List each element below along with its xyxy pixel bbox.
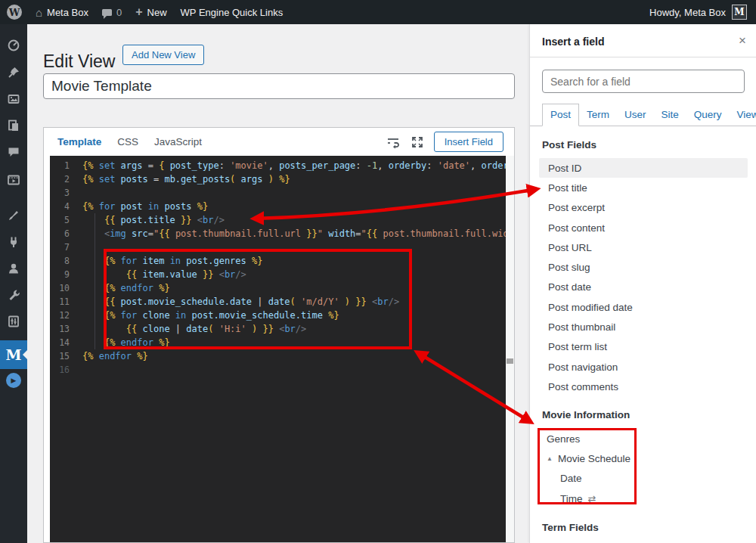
fullscreen-icon[interactable] (411, 135, 424, 149)
pushpin-icon (7, 66, 20, 79)
panel-divider (530, 57, 756, 57)
active-item-notch (18, 350, 27, 359)
field-item-movie-schedule[interactable]: ▲Movie Schedule (539, 448, 652, 468)
line-number: 5 (50, 213, 70, 227)
tab-query[interactable]: Query (686, 104, 730, 126)
tab-template[interactable]: Template (57, 136, 101, 147)
wordpress-logo-icon: W (7, 5, 22, 20)
code-line: 3 (50, 186, 514, 200)
sliders-icon (7, 315, 20, 328)
field-item-post-thumbnail[interactable]: Post thumbnail (539, 317, 748, 337)
field-item-date[interactable]: Date (539, 469, 652, 489)
code-lines: 1{% set args = { post_type: 'movie', pos… (50, 156, 514, 377)
sidebar-item-pages[interactable] (0, 116, 27, 135)
sidebar-item-tutorials[interactable]: ▶ (0, 371, 27, 389)
dashboard-icon (7, 39, 20, 52)
editor-tab-bar: Template CSS JavaScript Insert Field (44, 128, 514, 156)
sidebar-item-appearance[interactable] (0, 206, 27, 225)
sidebar-item-users[interactable] (0, 259, 27, 278)
movie-fields-list: Genres▲Movie ScheduleDateTime⇄ (539, 429, 652, 508)
field-item-post-url[interactable]: Post URL (539, 237, 748, 257)
code-line: 7 (50, 240, 514, 254)
site-name-menu[interactable]: ⌂ Meta Box (29, 0, 95, 24)
tab-post[interactable]: Post (542, 104, 579, 126)
sidebar-item-settings[interactable] (0, 312, 27, 330)
field-item-genres[interactable]: Genres (539, 429, 652, 448)
line-number: 1 (50, 159, 70, 172)
field-item-time[interactable]: Time⇄ (539, 489, 652, 508)
sidebar-item-meta-box[interactable]: M (0, 340, 27, 369)
close-icon[interactable]: × (739, 33, 746, 48)
plug-icon (7, 235, 20, 249)
tab-view[interactable]: View (730, 104, 756, 126)
howdy-account-menu[interactable]: Howdy, Meta Box (649, 7, 726, 18)
field-search-input[interactable] (542, 70, 745, 93)
line-number: 4 (50, 200, 70, 213)
sidebar-item-video[interactable] (0, 171, 27, 189)
sidebar-item-comments[interactable] (0, 143, 27, 161)
field-item-post-term-list[interactable]: Post term list (539, 337, 748, 357)
line-number: 16 (50, 363, 70, 377)
field-item-post-modified-date[interactable]: Post modified date (539, 297, 748, 317)
code-line: 11 {{ post.movie_schedule.date | date( '… (50, 295, 514, 309)
plus-icon: + (135, 6, 142, 18)
wordpress-menu[interactable]: W (0, 0, 29, 24)
code-line: 9 {{ item.value }} <br/> (50, 268, 514, 281)
field-item-post-title[interactable]: Post title (539, 178, 748, 197)
page-title: Edit View (43, 51, 115, 72)
field-item-post-id[interactable]: Post ID (539, 158, 748, 178)
user-avatar[interactable]: M (732, 5, 747, 20)
sidebar-item-tools[interactable] (0, 286, 27, 304)
tab-site[interactable]: Site (654, 104, 686, 126)
line-number: 15 (50, 349, 70, 363)
code-line: 12 {% for clone in post.movie_schedule.t… (50, 309, 514, 322)
panel-title: Insert a field (542, 36, 604, 48)
code-line: 16 (50, 363, 514, 377)
line-number: 2 (50, 172, 70, 186)
movie-information-heading: Movie Information (542, 409, 630, 420)
sidebar-item-plugins[interactable] (0, 233, 27, 251)
home-icon: ⌂ (36, 7, 42, 18)
sidebar-item-posts[interactable] (0, 64, 27, 82)
code-editor[interactable]: 1{% set args = { post_type: 'movie', pos… (50, 156, 514, 542)
editor-scrollbar-track[interactable] (506, 156, 514, 542)
code-line: 5 {{ post.title }} <br/> (50, 213, 514, 227)
field-item-label: Time (560, 493, 583, 504)
new-content-menu[interactable]: + New (129, 0, 173, 24)
code-line: 8 {% for item in post.genres %} (50, 254, 514, 268)
line-number: 9 (50, 268, 70, 281)
insert-field-button[interactable]: Insert Field (434, 132, 503, 152)
code-line: 15{% endfor %} (50, 349, 514, 363)
line-number: 10 (50, 281, 70, 295)
field-item-post-navigation[interactable]: Post navigation (539, 357, 748, 377)
field-item-post-date[interactable]: Post date (539, 278, 748, 297)
code-line: 10 {% endfor %} (50, 281, 514, 295)
wp-engine-quick-links-menu[interactable]: WP Engine Quick Links (174, 0, 290, 24)
tab-javascript[interactable]: JavaScript (154, 136, 202, 147)
editor-scrollbar-thumb[interactable] (507, 358, 513, 364)
line-number: 7 (50, 240, 70, 254)
sidebar-item-dashboard[interactable] (0, 36, 27, 54)
field-item-post-excerpt[interactable]: Post excerpt (539, 198, 748, 218)
word-wrap-icon[interactable] (386, 135, 401, 149)
code-line: 6 <img src="{{ post.thumbnail.full.url }… (50, 227, 514, 240)
code-line: 2{% set posts = mb.get_posts( args ) %} (50, 172, 514, 186)
admin-sidebar: M ▶ (0, 24, 27, 543)
add-new-view-button[interactable]: Add New View (122, 45, 204, 65)
line-number: 14 (50, 336, 70, 349)
term-fields-heading: Term Fields (542, 522, 599, 533)
field-item-label: Genres (547, 433, 580, 445)
line-number: 8 (50, 254, 70, 268)
field-item-post-content[interactable]: Post content (539, 218, 748, 237)
tab-term[interactable]: Term (579, 104, 617, 126)
tab-user[interactable]: User (617, 104, 654, 126)
post-fields-heading: Post Fields (542, 139, 596, 150)
tab-css[interactable]: CSS (117, 136, 138, 147)
field-item-post-comments[interactable]: Post comments (539, 377, 748, 396)
field-item-post-slug[interactable]: Post slug (539, 257, 748, 277)
indent-guide (94, 213, 95, 349)
view-title-input[interactable] (43, 73, 515, 99)
sidebar-item-media[interactable] (0, 90, 27, 108)
media-player-icon (7, 173, 20, 187)
comments-menu[interactable]: 0 (95, 0, 129, 24)
